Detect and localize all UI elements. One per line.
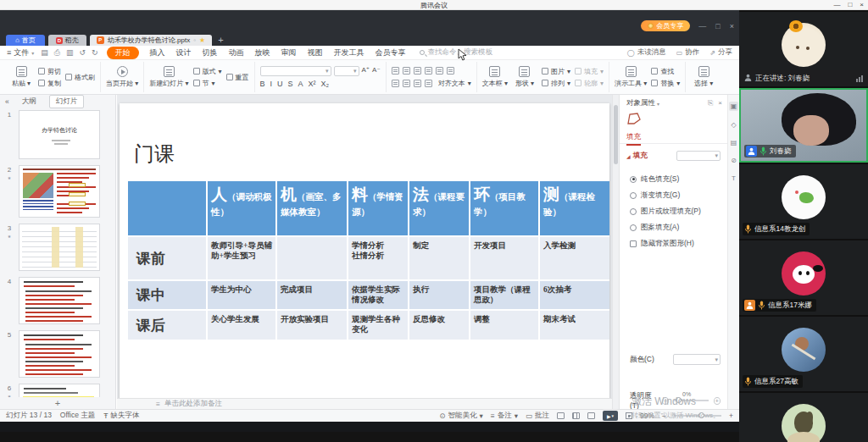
table-cell[interactable]: 开放实验项目 (277, 311, 347, 340)
table-cell[interactable]: 依据学生实际情况修改 (348, 281, 408, 309)
print-icon[interactable]: ⎙ (54, 48, 60, 58)
notes-bar[interactable]: ≡ 单击此处添加备注 (117, 398, 612, 409)
participant-tile-3[interactable]: 信息系14教龙创 (739, 164, 868, 239)
slide-thumbnail-3[interactable] (19, 224, 100, 271)
shapes-button[interactable]: 形状 ▾ (512, 66, 537, 88)
smart-beautify-button[interactable]: ⊙智能美化 ▾ (439, 411, 482, 421)
document-tab[interactable]: P 幼禾学校办学特色讨论.pptx ◦ ★ (90, 35, 212, 46)
menu-item-1[interactable]: 开始 (107, 47, 139, 59)
reset-button[interactable]: 重置 (226, 73, 249, 82)
section-button[interactable]: 节 ▾ (193, 79, 222, 88)
minimize-button[interactable]: — (833, 0, 840, 10)
bold-button[interactable]: B (260, 80, 265, 88)
participant-tile-1[interactable]: 正在讲述: 刘春娆 (739, 12, 868, 86)
font-color-button[interactable]: A (298, 80, 303, 88)
redo-icon[interactable]: ↻ (92, 48, 98, 58)
transparency-slider-handle[interactable] (676, 397, 682, 403)
find-button[interactable]: 查找 (651, 67, 680, 76)
fill-preset-select[interactable]: ▾ (676, 151, 721, 161)
copy-button[interactable]: 复制 (38, 79, 61, 88)
participant-tile-4[interactable]: 信息系17米娜 (739, 240, 868, 315)
transparency-minus-button[interactable]: − (662, 397, 669, 405)
collapse-panel-icon[interactable]: « (5, 97, 9, 106)
slide-thumbnail-2[interactable] (19, 165, 100, 218)
font-size-select[interactable]: ▾ (334, 66, 359, 76)
menu-item-5[interactable]: 动画 (229, 47, 244, 58)
arrange-button[interactable]: 排列 ▾ (542, 79, 570, 88)
layout-button[interactable]: 版式 ▾ (193, 67, 222, 76)
transparency-plus-button[interactable]: + (714, 397, 721, 405)
table-header-cell[interactable]: 料（学情资源） (348, 181, 408, 235)
table-cell[interactable]: 反思修改 (409, 311, 469, 340)
hide-background-checkbox[interactable]: 隐藏背景图形(H) (630, 235, 724, 251)
bullets-icon[interactable] (392, 67, 399, 75)
menu-item-2[interactable]: 插入 (150, 47, 165, 58)
zoom-slider[interactable] (674, 415, 721, 417)
table-header-cell[interactable]: 机（画室、多媒体教室） (277, 181, 347, 235)
table-cell[interactable] (277, 237, 347, 279)
table-cell[interactable]: 制定 (409, 237, 469, 279)
fill-option-3[interactable]: 图片或纹理填充(P) (630, 203, 724, 219)
editor-scrollbar[interactable] (612, 95, 619, 409)
font-family-select[interactable]: ▾ (260, 66, 331, 76)
table-cell[interactable]: 学情分析 社情分析 (348, 237, 408, 279)
menu-item-7[interactable]: 审阅 (281, 47, 297, 58)
effects-sidebar-icon[interactable]: ◇ (731, 121, 736, 129)
table-cell[interactable]: 调整 (470, 311, 538, 340)
increase-font-button[interactable]: A⁺ (362, 66, 370, 76)
strikethrough-button[interactable]: S (288, 80, 293, 88)
table-row-label[interactable]: 课后 (128, 311, 206, 340)
reading-view-button[interactable] (587, 412, 595, 419)
wps-home-tab[interactable]: ⌂ 首页 (6, 35, 45, 46)
fill-option-4[interactable]: 图案填充(A) (630, 219, 724, 235)
table-cell[interactable]: 学生为中心 (208, 281, 275, 309)
cut-button[interactable]: 剪切 (38, 67, 61, 76)
fit-slide-icon[interactable] (626, 412, 632, 419)
new-tab-button[interactable]: + (218, 35, 223, 46)
undo-icon[interactable]: ↺ (80, 48, 86, 58)
table-header-cell[interactable]: 人（调动积极性） (208, 181, 275, 235)
share-button[interactable]: ⇗分享 (709, 47, 732, 58)
slides-tab[interactable]: 幻灯片 (49, 95, 85, 108)
zoom-slider-handle[interactable] (698, 412, 704, 418)
fill-option-1[interactable]: 纯色填充(S) (630, 171, 724, 187)
fill-option-2[interactable]: 渐变填充(G) (630, 187, 724, 203)
add-slide-button[interactable]: + (0, 398, 115, 408)
comments-button[interactable]: ▭批注 (526, 411, 549, 421)
docer-tab[interactable]: D 稻壳 (48, 35, 86, 46)
superscript-button[interactable]: X² (309, 80, 316, 88)
slide-canvas[interactable]: 门课 人（调动积极性）机（画室、多媒体教室）料（学情资源）法（课程要求）环（项目… (120, 103, 609, 406)
select-button[interactable]: 选择 ▾ (691, 66, 716, 88)
participant-tile-6[interactable] (739, 393, 868, 442)
table-header-cell[interactable]: 环（项目教学） (470, 181, 538, 235)
table-cell[interactable]: 入学检测 (540, 237, 609, 279)
table-header-cell[interactable]: 法（课程要求） (409, 181, 469, 235)
layout-sidebar-icon[interactable]: ▤ (731, 139, 737, 146)
slide-thumbnail-6[interactable] (19, 384, 100, 397)
align-text-button[interactable]: 对齐文本 ▾ (438, 79, 471, 88)
tab-menu-icon[interactable]: ◦ (193, 36, 196, 44)
table-cell[interactable]: 开发项目 (470, 237, 538, 279)
numbering-icon[interactable] (403, 67, 410, 75)
table-cell[interactable]: 执行 (409, 281, 469, 309)
unread-messages-button[interactable]: ◯未读消息 (627, 47, 666, 58)
table-cell[interactable]: 6次抽考 (540, 281, 609, 309)
slide-sorter-view-button[interactable] (572, 412, 580, 419)
slide-thumbnail-4[interactable] (19, 277, 100, 324)
menu-item-6[interactable]: 放映 (255, 47, 270, 58)
slide-thumbnail-5[interactable] (19, 330, 100, 378)
save-icon[interactable]: ▤ (41, 48, 48, 58)
zoom-level[interactable]: 99% (640, 412, 654, 420)
indent-icon[interactable] (425, 67, 432, 75)
notes-toggle-button[interactable]: ≡备注 ▾ (491, 411, 518, 421)
participant-tile-2[interactable]: 刘春娆 (739, 88, 868, 163)
wps-minimize-button[interactable]: — (698, 22, 706, 30)
menu-item-3[interactable]: 设计 (176, 47, 192, 58)
outdent-icon[interactable] (414, 67, 421, 75)
table-cell[interactable]: 观测学生各种变化 (348, 311, 408, 340)
justify-icon[interactable] (425, 80, 432, 87)
table-row-label[interactable]: 课前 (128, 237, 206, 279)
menu-item-9[interactable]: 开发工具 (334, 47, 364, 58)
menu-item-10[interactable]: 会员专享 (376, 47, 406, 58)
table-row-label[interactable]: 课中 (128, 281, 206, 309)
